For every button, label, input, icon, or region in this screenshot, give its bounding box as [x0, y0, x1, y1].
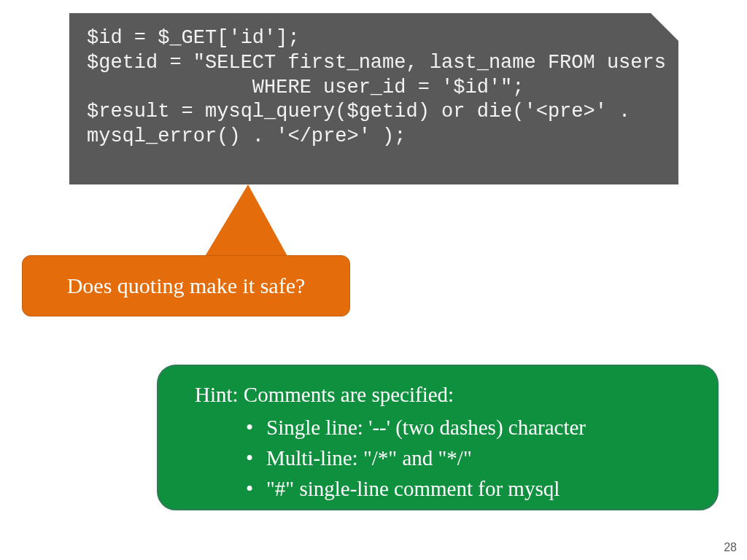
slide: $id = $_GET['id']; $getid = "SELECT firs…: [0, 0, 747, 560]
hint-list: Single line: '--' (two dashes) character…: [246, 412, 688, 504]
hint-box: Hint: Comments are specified: Single lin…: [157, 365, 719, 510]
hint-item: Multi-line: "/*" and "*/": [246, 443, 688, 473]
callout-arrow: [204, 184, 288, 257]
code-line-2: $getid = "SELECT first_name, last_name F…: [87, 52, 666, 74]
callout-text: Does quoting make it safe?: [67, 273, 306, 298]
page-number: 28: [724, 541, 737, 554]
hint-item: "#" single-line comment for mysql: [246, 473, 688, 504]
folded-corner: [651, 13, 678, 41]
code-line-1: $id = $_GET['id'];: [87, 27, 300, 49]
code-line-4: $result = mysql_query($getid) or die('<p…: [87, 101, 643, 122]
hint-title: Hint: Comments are specified:: [195, 381, 688, 409]
code-line-3: WHERE user_id = '$id'";: [87, 77, 525, 98]
code-block: $id = $_GET['id']; $getid = "SELECT firs…: [69, 13, 678, 184]
code-content: $id = $_GET['id']; $getid = "SELECT firs…: [87, 26, 661, 149]
code-line-5: mysql_error() . '</pre>' );: [87, 125, 406, 147]
speech-callout: Does quoting make it safe?: [22, 255, 350, 316]
hint-item: Single line: '--' (two dashes) character: [246, 412, 688, 443]
